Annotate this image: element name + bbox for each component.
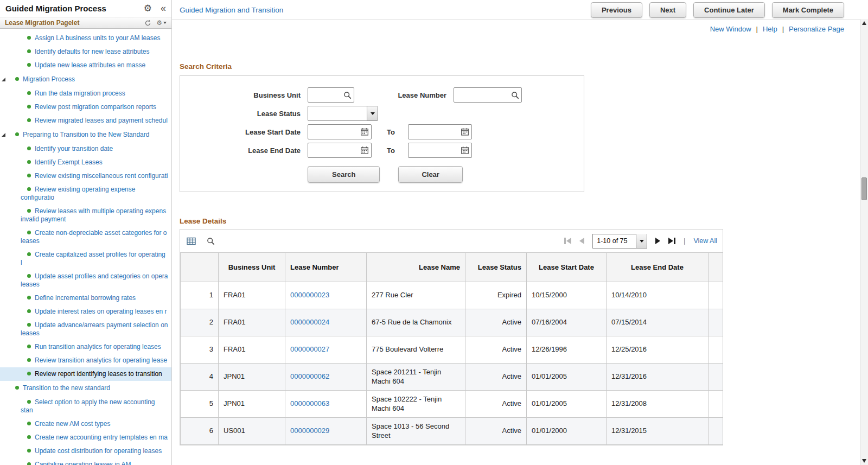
form-buttons: Search Clear (308, 166, 584, 183)
search-button[interactable]: Search (308, 166, 380, 183)
page-title[interactable]: Guided Migration and Transition (180, 6, 283, 14)
next-page-button[interactable] (655, 238, 660, 244)
tree-task-item[interactable]: Capitalize operating leases in AM (0, 458, 171, 465)
vertical-scrollbar[interactable] (860, 19, 868, 465)
lease-number-link[interactable]: 0000000027 (290, 345, 329, 353)
tree-task-item[interactable]: Identify your transition date (0, 142, 171, 156)
pagelet-header: Lease Migration Pagelet ⚙ (0, 17, 171, 29)
clear-button[interactable]: Clear (398, 166, 463, 183)
scroll-up-icon[interactable] (862, 21, 866, 25)
tree-task-item[interactable]: Review existing operating expense config… (0, 183, 171, 205)
lease-start-from-input[interactable] (308, 125, 358, 138)
tree-task-item[interactable]: Review post migration comparison reports (0, 100, 171, 114)
tree-task-item[interactable]: Review existing miscellaneous rent confi… (0, 169, 171, 183)
calendar-icon[interactable] (358, 143, 371, 157)
tree-task-item[interactable]: Update asset profiles and categories on … (0, 270, 171, 291)
lease-end-to-input[interactable] (409, 144, 458, 157)
tree-item-label: Create new AM cost types (35, 420, 110, 428)
first-page-button[interactable] (564, 238, 571, 244)
tree-task-item[interactable]: Review leases with multiple operating ex… (0, 205, 171, 226)
task-status-dot-icon (27, 209, 31, 213)
mark-complete-button[interactable]: Mark Complete (772, 2, 844, 18)
scroll-down-icon[interactable] (862, 459, 866, 463)
next-button[interactable]: Next (649, 2, 686, 18)
tree-group-item[interactable]: Migration Process (0, 72, 171, 87)
search-criteria-heading: Search Criteria (180, 62, 868, 71)
row-range-select[interactable]: 1-10 of 75 (592, 234, 647, 249)
tree-item-label: Review existing operating expense config… (21, 186, 135, 201)
tree-group-item[interactable]: Transition to the new standard (0, 381, 171, 396)
business-unit-input[interactable] (308, 88, 341, 101)
tree-task-item[interactable]: Define incremental borrowing rates (0, 291, 171, 305)
tree-task-item[interactable]: Create capitalized asset profiles for op… (0, 248, 171, 270)
lease-end-from-input[interactable] (308, 144, 358, 157)
gear-icon[interactable]: ⚙ (144, 3, 152, 14)
personalize-page-link[interactable]: Personalize Page (789, 25, 844, 33)
collapse-section-icon[interactable] (2, 133, 5, 137)
tree-item-label: Capitalize operating leases in AM (35, 461, 131, 465)
collapse-sidebar-icon[interactable]: « (161, 3, 166, 13)
lease-number-link[interactable]: 0000000023 (290, 291, 329, 299)
new-window-link[interactable]: New Window (710, 25, 751, 33)
view-all-link[interactable]: View All (693, 237, 717, 245)
lease-number-link[interactable]: 0000000029 (290, 426, 329, 435)
tree-task-item[interactable]: Update interest rates on operating lease… (0, 305, 171, 319)
task-status-dot-icon (27, 296, 31, 300)
tree-task-item[interactable]: Run transition analytics for operating l… (0, 340, 171, 354)
lease-number-link[interactable]: 0000000062 (290, 372, 329, 380)
tree-task-item[interactable]: Update cost distribution for operating l… (0, 444, 171, 458)
lease-number-field (454, 87, 522, 103)
tree-item-label: Update cost distribution for operating l… (35, 447, 162, 455)
collapse-section-icon[interactable] (2, 78, 5, 81)
lease-start-to-input[interactable] (409, 125, 458, 138)
task-status-dot-icon (27, 309, 31, 313)
task-status-dot-icon (27, 231, 31, 234)
tree-task-item[interactable]: Run the data migration process (0, 87, 171, 100)
lease-status-select[interactable] (308, 106, 378, 121)
tree-group-item[interactable]: Preparing to Transition to the New Stand… (0, 128, 171, 142)
page-header: Guided Migration and Transition Previous… (172, 0, 868, 20)
tree-task-item[interactable]: Create non-depreciable asset categories … (0, 226, 171, 248)
refresh-icon[interactable] (144, 20, 151, 27)
tree-task-item[interactable]: Select option to apply the new accountin… (0, 396, 171, 417)
lease-details-grid: 1-10 of 75 | View All Business UnitLease… (180, 229, 723, 445)
row-number-cell: 4 (181, 364, 219, 391)
find-icon[interactable] (207, 237, 215, 245)
task-status-dot-icon (27, 422, 31, 425)
lease-number-cell: 0000000063 (285, 391, 367, 418)
calendar-icon[interactable] (458, 125, 471, 139)
business-unit-cell: FRA01 (219, 309, 285, 336)
help-link[interactable]: Help (763, 25, 777, 33)
tree-item-label: Review post migration comparison reports (35, 103, 156, 111)
table-row: 5JPN010000000063Space 102222 - Tenjin Ma… (181, 391, 723, 418)
tree-task-item[interactable]: Create new accounting entry templates en… (0, 431, 171, 444)
scroll-thumb[interactable] (861, 177, 867, 200)
personalize-grid-icon[interactable] (187, 237, 196, 245)
tree-task-item[interactable]: Create new AM cost types (0, 417, 171, 431)
chevron-down-icon (640, 240, 644, 243)
lease-number-lookup-icon[interactable] (508, 88, 521, 102)
calendar-icon[interactable] (458, 143, 471, 157)
tree-task-item[interactable]: Review report identifying leases to tran… (0, 367, 171, 381)
lease-number-link[interactable]: 0000000063 (290, 399, 329, 407)
first-page-icon (566, 238, 571, 244)
business-unit-lookup-icon[interactable] (341, 88, 354, 102)
tree-task-item[interactable]: Update advance/arrears payment selection… (0, 319, 171, 340)
tree-task-item[interactable]: Review transition analytics for operatin… (0, 354, 171, 367)
previous-page-button[interactable] (579, 238, 584, 244)
pagelet-gear-icon[interactable]: ⚙ (156, 19, 167, 27)
tree-task-item[interactable]: Review migrated leases and payment sched… (0, 114, 171, 128)
lease-number-input[interactable] (454, 88, 508, 101)
tree-task-item[interactable]: Assign LA business units to your AM leas… (0, 31, 171, 45)
continue-later-button[interactable]: Continue Later (693, 2, 765, 18)
tree-task-item[interactable]: Identify Exempt Leases (0, 156, 171, 169)
lease-number-link[interactable]: 0000000024 (290, 318, 329, 326)
tree-task-item[interactable]: Identify defaults for new lease attribut… (0, 45, 171, 59)
calendar-icon[interactable] (358, 125, 371, 139)
tree-task-item[interactable]: Update new lease attributes en masse (0, 59, 171, 72)
dropdown-button[interactable] (636, 234, 647, 248)
previous-button[interactable]: Previous (591, 2, 642, 18)
last-page-button[interactable] (668, 238, 675, 244)
lease-table: Business UnitLease NumberLease NameLease… (180, 252, 723, 445)
dropdown-button[interactable] (367, 106, 378, 120)
